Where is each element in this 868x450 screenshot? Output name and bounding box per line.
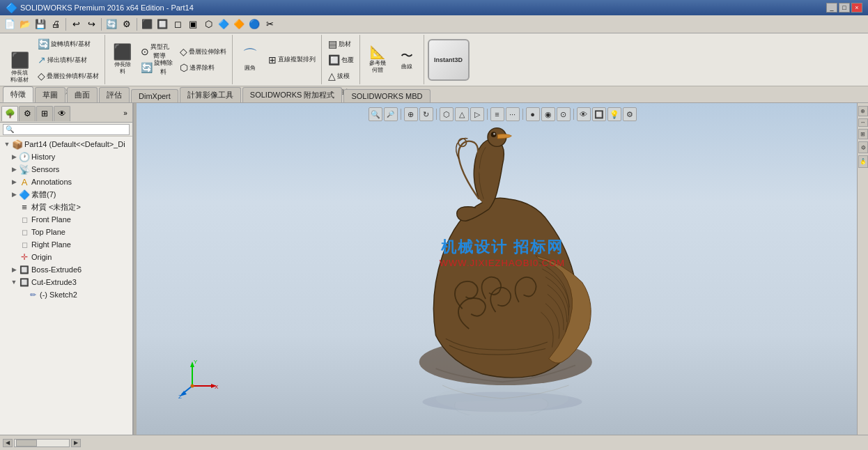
tab-dimxpert[interactable]: DimXpert bbox=[131, 89, 178, 102]
right-panel-btn-2[interactable]: ↕ bbox=[858, 118, 868, 127]
tree-item-cut-extrude3[interactable]: ▼ 🔲 Cut-Extrude3 bbox=[0, 276, 132, 288]
cursor-tools[interactable]: ✂ bbox=[263, 17, 277, 31]
section-view-button[interactable]: ≡ bbox=[490, 107, 504, 121]
rib-button[interactable]: ▤ 肋材 bbox=[325, 36, 357, 52]
tree-item-part14[interactable]: ▼ 📦 Part14 (Default<<Default>_Di bbox=[0, 138, 132, 150]
tree-item-top-plane[interactable]: ◻ Top Plane bbox=[0, 226, 132, 238]
tree-item-boss-extrude6[interactable]: ▶ 🔲 Boss-Extrude6 bbox=[0, 263, 132, 276]
tree-item-right-plane[interactable]: ◻ Right Plane bbox=[0, 238, 132, 251]
open-button[interactable]: 📂 bbox=[18, 17, 32, 31]
save-button[interactable]: 💾 bbox=[33, 17, 47, 31]
boundary-cut-button[interactable]: ⬡ 邊界除料 bbox=[177, 60, 229, 75]
right-panel-btn-3[interactable]: ⊞ bbox=[858, 129, 868, 139]
draft-button[interactable]: △ 拔模 bbox=[325, 68, 357, 84]
box-icon-4[interactable]: ▣ bbox=[186, 17, 200, 31]
zoom-in-button[interactable]: 🔍 bbox=[369, 107, 382, 121]
view-settings-button[interactable]: ··· bbox=[506, 107, 520, 121]
minimize-button[interactable]: _ bbox=[826, 3, 837, 13]
hide-show-button[interactable]: 🔲 bbox=[592, 107, 606, 121]
revolve-cut-button[interactable]: 🔄 旋轉除料 bbox=[138, 60, 176, 75]
tree-expand-history[interactable]: ▶ bbox=[10, 153, 18, 161]
cut-col2: ◇ 疊層拉伸除料 ⬡ 邊界除料 bbox=[177, 44, 229, 75]
tab-surface[interactable]: 曲面 bbox=[67, 87, 98, 102]
tree-item-material[interactable]: ≡ 材質 <未指定> bbox=[0, 201, 132, 213]
linear-pattern-button[interactable]: ⊞ 直線複製排列 bbox=[265, 52, 318, 68]
tab-mfgtools[interactable]: 計算影像工具 bbox=[180, 87, 241, 102]
tab-addins[interactable]: SOLIDWORKS 附加程式 bbox=[242, 87, 343, 102]
fillet-button[interactable]: ⌒ 圓角 bbox=[236, 42, 264, 78]
tree-expand-cut-extrude3[interactable]: ▼ bbox=[10, 278, 18, 286]
box-icon-1[interactable]: ⬛ bbox=[140, 17, 154, 31]
cut-buttons: ⬛ 伸長除料 ⊙ 異型孔嚮導 🔄 旋轉除料 ◇ 疊層拉伸除料 bbox=[109, 36, 229, 83]
tab-features[interactable]: 特徵 bbox=[3, 86, 33, 102]
sidebar-tab-tree[interactable]: 🌳 bbox=[1, 106, 18, 121]
box-icon-8[interactable]: 🔵 bbox=[247, 17, 261, 31]
cut-extrude3-label: Cut-Extrude3 bbox=[31, 278, 77, 286]
sidebar-tab-props[interactable]: ⚙ bbox=[19, 106, 36, 121]
sidebar-search-input[interactable] bbox=[3, 124, 130, 135]
right-panel-btn-1[interactable]: ⊕ bbox=[858, 106, 868, 116]
vp-sep-4 bbox=[522, 109, 523, 120]
tree-expand-sensors[interactable]: ▶ bbox=[10, 165, 18, 173]
view-orient-button[interactable]: ▷ bbox=[470, 107, 484, 121]
loft-boss-button[interactable]: ◇ 疊層拉伸填料/基材 bbox=[35, 68, 102, 84]
right-panel-btn-5[interactable]: 💡 bbox=[858, 155, 868, 168]
zoom-to-fit-button[interactable]: ⊕ bbox=[404, 107, 418, 121]
rotate-button[interactable]: ↻ bbox=[419, 107, 433, 121]
options-button[interactable]: ⚙ bbox=[120, 17, 134, 31]
instant3d-button[interactable]: Instant3D bbox=[428, 39, 470, 81]
redo-button[interactable]: ↪ bbox=[84, 17, 98, 31]
box-icon-6[interactable]: 🔷 bbox=[217, 17, 231, 31]
scroll-track[interactable] bbox=[14, 439, 70, 447]
box-icon-2[interactable]: 🔲 bbox=[155, 17, 169, 31]
tab-mbd[interactable]: SOLIDWORKS MBD bbox=[343, 89, 430, 102]
cube-view-button[interactable]: ⬡ bbox=[440, 107, 454, 121]
sidebar-expand-button[interactable]: » bbox=[120, 108, 131, 119]
shadows-button[interactable]: ⚙ bbox=[623, 107, 637, 121]
undo-button[interactable]: ↩ bbox=[69, 17, 83, 31]
rebuild-button[interactable]: 🔄 bbox=[104, 17, 118, 31]
tree-item-front-plane[interactable]: ◻ Front Plane bbox=[0, 213, 132, 226]
tree-item-origin[interactable]: ✛ Origin bbox=[0, 251, 132, 263]
reference-geom-button[interactable]: 📐 參考幾何體 bbox=[364, 42, 392, 78]
normal-to-button[interactable]: △ bbox=[455, 107, 469, 121]
swept-boss-button[interactable]: ↗ 掃出填料/基材 bbox=[35, 52, 102, 68]
tree-expand-part14[interactable]: ▼ bbox=[3, 140, 11, 148]
tree-item-sketch2[interactable]: ✏ (-) Sketch2 bbox=[0, 288, 132, 301]
box-icon-7[interactable]: 🔶 bbox=[232, 17, 246, 31]
close-button[interactable]: × bbox=[851, 3, 862, 13]
view-display-button[interactable]: 👁 bbox=[577, 107, 591, 121]
right-panel-btn-4[interactable]: ⚙ bbox=[858, 141, 868, 153]
tree-expand-annotations[interactable]: ▶ bbox=[10, 178, 18, 186]
cut-extrude-button[interactable]: ⬛ 伸長除料 bbox=[109, 42, 137, 78]
revolve-button[interactable]: 🔄 旋轉填料/基材 bbox=[35, 36, 102, 52]
tree-item-history[interactable]: ▶ 🕐 History bbox=[0, 150, 132, 163]
tree-item-annotations[interactable]: ▶ A Annotations bbox=[0, 176, 132, 188]
maximize-button[interactable]: □ bbox=[839, 3, 850, 13]
tree-item-solid[interactable]: ▶ 🔷 素體(7) bbox=[0, 188, 132, 201]
box-icon-3[interactable]: ◻ bbox=[171, 17, 185, 31]
shaded-button[interactable]: ◉ bbox=[541, 107, 555, 121]
wireframe-button[interactable]: ⊙ bbox=[557, 107, 571, 121]
box-icon-5[interactable]: ⬡ bbox=[201, 17, 215, 31]
render-mode-button[interactable]: ● bbox=[526, 107, 540, 121]
new-button[interactable]: 📄 bbox=[3, 17, 17, 31]
viewport[interactable]: 🔍 🔎 ⊕ ↻ ⬡ △ ▷ ≡ ··· ● ◉ ⊙ 👁 🔲 💡 ⚙ bbox=[137, 103, 868, 435]
boss-extrude-button[interactable]: ⬛ 伸長填料/基材 bbox=[6, 50, 33, 86]
sidebar-tab-config[interactable]: ⊞ bbox=[36, 106, 53, 121]
loft-cut-button[interactable]: ◇ 疊層拉伸除料 bbox=[177, 44, 229, 59]
zoom-out-button[interactable]: 🔎 bbox=[384, 107, 398, 121]
tab-evaluate[interactable]: 評估 bbox=[99, 87, 130, 102]
scroll-left-button[interactable]: ◀ bbox=[3, 439, 13, 447]
print-button[interactable]: 🖨 bbox=[49, 17, 63, 31]
tab-sketch[interactable]: 草圖 bbox=[35, 87, 65, 102]
tree-expand-solid[interactable]: ▶ bbox=[10, 190, 18, 199]
tree-expand-boss-extrude6[interactable]: ▶ bbox=[10, 265, 18, 274]
hole-wizard-button[interactable]: ⊙ 異型孔嚮導 bbox=[138, 44, 176, 59]
tree-item-sensors[interactable]: ▶ 📡 Sensors bbox=[0, 163, 132, 176]
sidebar-tab-display[interactable]: 👁 bbox=[54, 106, 70, 121]
wrap-button[interactable]: 🔲 包覆 bbox=[325, 52, 357, 68]
curves-button[interactable]: 〜 曲線 bbox=[393, 42, 421, 78]
realview-button[interactable]: 💡 bbox=[607, 107, 621, 121]
scroll-right-button[interactable]: ▶ bbox=[71, 439, 81, 447]
